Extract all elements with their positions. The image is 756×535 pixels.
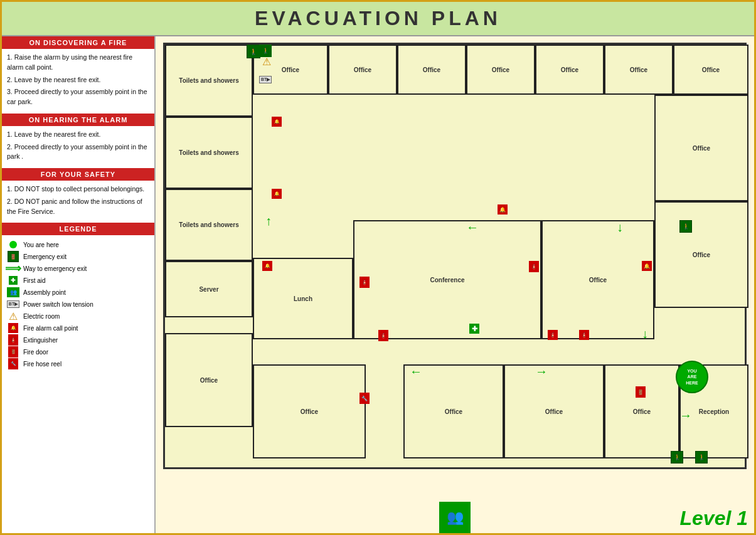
room-office-cr: Office [541, 220, 654, 339]
section-content-discovering: 1. Raise the alarm by using the nearest … [2, 49, 154, 114]
legend-section: You are here 🚪 Emergency exit ⟹ Way to e… [2, 235, 154, 373]
room-office2: Office [328, 45, 397, 95]
room-conference: Conference [353, 220, 541, 339]
emergency-exit-topleft: 🚶 [247, 45, 260, 58]
legend-alarm: 🔔 Fire alarm call point [7, 323, 149, 333]
fire-alarm-icon: 🔔 [642, 261, 652, 271]
room-office6: Office [604, 45, 673, 95]
assembly-icon-bottom: 👥 [439, 502, 471, 533]
legend-label: Emergency exit [23, 253, 67, 260]
section-content-alarm: 1. Leave by the nearest fire exit. 2. Pr… [2, 126, 154, 168]
legend-label: Fire alarm call point [23, 325, 78, 332]
fire-alarm-icon: 🔔 [498, 204, 508, 215]
room-office-bot4: Office [604, 364, 679, 458]
fire-icon-mid3: 🧯 [579, 330, 589, 340]
warning-icon: ⚠ [9, 310, 18, 322]
evacuation-arrow-icon: ← [466, 220, 479, 235]
legend-extinguisher: 🧯 Extinguisher [7, 335, 149, 345]
extinguisher-icon: 🧯 [579, 330, 589, 340]
room-office5: Office [535, 45, 604, 95]
room-toilets1: Toilets and showers [165, 45, 253, 117]
room-office7: Office [673, 45, 748, 95]
arrow-down-1: ↓ [617, 220, 623, 235]
legend-bt: BT▶ Power switch low tension [7, 299, 149, 309]
firedoor-icon: 🚪 [636, 386, 646, 398]
exit-bottom-2: 🚶 [695, 451, 708, 463]
fire-alarm-3: 🔔 [262, 261, 272, 271]
exit-sign-icon: 🚶 [695, 451, 708, 463]
room-office-bl: Office [165, 333, 253, 427]
exit-sign-icon: 🚶 [259, 45, 272, 57]
alarm-icon: 🔔 [8, 323, 18, 333]
fire-icon-mid2: 🧯 [548, 330, 558, 340]
bt-icon: BT▶ [7, 300, 19, 308]
arrow-right-2: → [679, 408, 692, 423]
section-header-legend: LEGENDE [2, 223, 154, 235]
extinguisher-icon: 🧯 [8, 334, 18, 346]
fire-icon-bot: 🚪 [636, 386, 646, 398]
extinguisher-icon: 🧯 [378, 330, 388, 341]
arrow-left-2: ← [410, 364, 422, 379]
exit-sign-icon: 🚶 [679, 220, 692, 233]
legend-label: Assembly point [23, 289, 66, 296]
extinguisher-2: 🧯 [378, 330, 388, 341]
fire-icon-right: 🧯 [529, 261, 539, 272]
extinguisher-icon: 🧯 [359, 277, 370, 288]
evacuation-arrow-icon: ↓ [617, 220, 623, 235]
green-dot-icon [9, 241, 17, 248]
legend-firedoor: 🚪 Fire door [7, 347, 149, 357]
fire-alarm-icon: 🔔 [272, 117, 282, 127]
arrow-right-1: → [535, 364, 548, 379]
room-toilets2: Toilets and showers [165, 117, 253, 189]
bt-power-icon: BT▶ [259, 76, 272, 83]
legend-arrow: ⟹ Way to emergency exit [7, 263, 149, 273]
level-indicator: Level 1 [679, 507, 748, 530]
legend-emergency-exit: 🚪 Emergency exit [7, 252, 149, 262]
evacuation-arrow-icon: → [535, 364, 548, 379]
exit-sign-icon: 🚶 [671, 451, 683, 463]
legend-label: Power switch low tension [23, 301, 93, 308]
section-header-discovering: ON DISCOVERING A FIRE [2, 36, 154, 49]
exit-top: 🚶 [259, 45, 272, 57]
legend-assembly: 👥 Assembly point [7, 287, 149, 297]
evacuation-arrow-icon: → [679, 408, 692, 423]
firstaid-icon: ✚ [9, 276, 18, 285]
fire-icon-mid: 🔔 [498, 204, 508, 215]
hose-1: 🔧 [359, 393, 370, 404]
firstaid-icon: ✚ [469, 324, 479, 334]
fire-alarm-icon: 🔔 [262, 261, 272, 271]
hose-icon: 🔧 [8, 358, 18, 369]
evacuation-arrow-icon: ↑ [265, 214, 272, 228]
firedoor-icon: 🚪 [8, 346, 18, 358]
legend-label: Way to emergency exit [23, 265, 87, 272]
room-office-r2: Office [654, 201, 748, 308]
legend-label: You are here [23, 241, 59, 248]
fire-alarm-1: 🔔 [272, 117, 282, 127]
left-panel: ON DISCOVERING A FIRE 1. Raise the alarm… [2, 36, 156, 535]
fire-alarm-2: 🔔 [272, 189, 282, 199]
room-office-bot1: Office [253, 364, 366, 458]
arrow-up-1: ↑ [265, 214, 272, 228]
assembly-icon: 👥 [7, 287, 19, 297]
evacuation-arrow-icon: ← [410, 364, 422, 379]
room-office3: Office [397, 45, 466, 95]
legend-label: Extinguisher [23, 337, 58, 344]
arrow-left-1: ← [466, 220, 479, 235]
warning-triangle: ⚠ [262, 56, 271, 68]
bt-switch: BT▶ [259, 76, 272, 83]
exit-sign-icon: 🚶 [247, 45, 260, 58]
legend-hose: 🔧 Fire hose reel [7, 359, 149, 369]
arrow-down-2: ↓ [642, 327, 648, 341]
room-toilets3: Toilets and showers [165, 189, 253, 261]
legend-electric: ⚠ Electric room [7, 311, 149, 321]
room-server: Server [165, 261, 253, 317]
fire-alarm-icon: 🔔 [272, 189, 282, 199]
extinguisher-icon: 🧯 [529, 261, 539, 272]
legend-label: Fire hose reel [23, 361, 61, 368]
first-aid-1: ✚ [469, 324, 479, 334]
page-title: EVACUATION PLAN [2, 2, 754, 36]
hose-reel-icon: 🔧 [359, 393, 370, 404]
you-are-here-marker: YOU ARE HERE [676, 361, 708, 393]
assembly-point-bottom: 👥 [439, 502, 471, 533]
room-office4: Office [466, 45, 535, 95]
